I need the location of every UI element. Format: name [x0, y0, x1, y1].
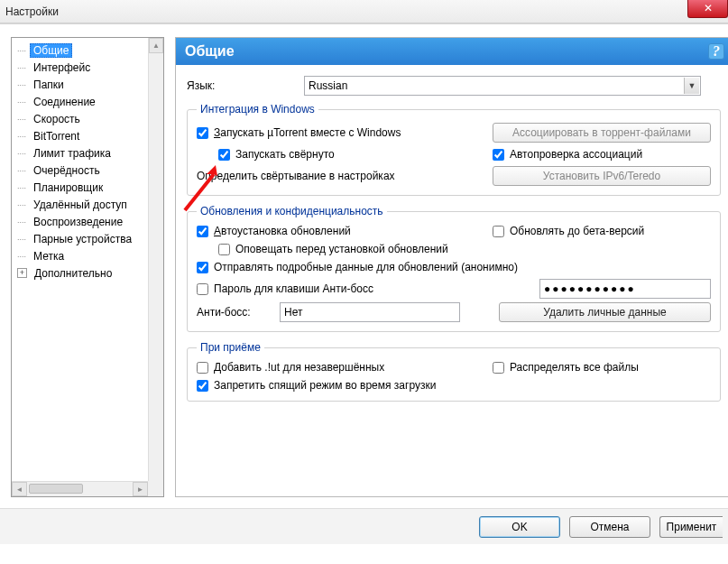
- scroll-up-arrow-icon[interactable]: ▲: [149, 38, 163, 53]
- settings-main-pane: Общие ? Язык: Russian ▼ Интеграция в Win…: [175, 37, 728, 497]
- tree-item-label: Метка: [30, 249, 68, 264]
- antiboss-input[interactable]: Нет: [280, 302, 460, 322]
- tree-branch-icon: ····: [17, 115, 30, 124]
- boss-password-input[interactable]: ●●●●●●●●●●●: [539, 279, 711, 299]
- language-label: Язык:: [187, 79, 304, 92]
- help-icon[interactable]: ?: [708, 43, 724, 60]
- tree-branch-icon: ····: [17, 217, 30, 227]
- chk-start-minimized[interactable]: Запускать свёрнуто: [197, 148, 485, 161]
- category-tree-pane: ····Общие····Интерфейс····Папки····Соеди…: [11, 37, 164, 497]
- tree-item-11[interactable]: ····Парные устройства: [12, 230, 148, 247]
- main-header: Общие ?: [176, 38, 728, 65]
- btn-install-ipv6[interactable]: Установить IPv6/Teredo: [493, 166, 711, 186]
- tree-item-label: BitTorrent: [30, 129, 83, 143]
- tree-item-10[interactable]: ····Воспроизведение: [12, 213, 148, 230]
- ok-button[interactable]: OK: [479, 516, 560, 538]
- tree-item-8[interactable]: ····Планировщик: [12, 179, 148, 196]
- chk-auto-update-box[interactable]: [197, 226, 208, 237]
- chk-preallocate-files[interactable]: Распределять все файлы: [493, 361, 711, 374]
- btn-delete-personal-data[interactable]: Удалить личные данные: [499, 302, 711, 322]
- tree-branch-icon: ····: [17, 63, 30, 72]
- window-title: Настройки: [5, 5, 59, 18]
- group-receive-legend: При приёме: [197, 341, 264, 354]
- group-updates-legend: Обновления и конфиденциальность: [197, 205, 387, 217]
- tree-branch-icon: ····: [17, 80, 30, 89]
- scroll-corner: [148, 481, 163, 496]
- dropdown-arrow-icon: ▼: [684, 78, 699, 94]
- main-header-title: Общие: [185, 43, 235, 60]
- titlebar: Настройки ✕: [0, 0, 728, 23]
- chk-notify-before-update[interactable]: Оповещать перед установкой обновлений: [197, 243, 711, 255]
- tree-item-3[interactable]: ····Соединение: [12, 93, 148, 110]
- scroll-left-arrow-icon[interactable]: ◄: [12, 482, 27, 496]
- dialog-button-bar: OK Отмена Применит: [0, 508, 728, 544]
- chk-start-with-windows[interactable]: Запускать µTorrent вместе с Windows: [197, 126, 485, 139]
- chk-boss-password-box[interactable]: [197, 283, 208, 295]
- tree-item-9[interactable]: ····Удалённый доступ: [12, 196, 148, 213]
- antiboss-label: Анти-босс:: [197, 306, 271, 319]
- tree-expand-icon[interactable]: +: [17, 268, 27, 278]
- tree-branch-icon: ····: [17, 235, 30, 244]
- tree-horizontal-scrollbar[interactable]: ◄ ►: [12, 481, 148, 496]
- chk-prevent-sleep-box[interactable]: [197, 380, 208, 392]
- hscroll-thumb[interactable]: [29, 484, 83, 494]
- tree-item-label: Соединение: [30, 95, 99, 109]
- group-receive: При приёме Добавить .!ut для незавершённ…: [187, 341, 721, 402]
- tree-item-5[interactable]: ····BitTorrent: [12, 127, 148, 144]
- tree-item-12[interactable]: ····Метка: [12, 247, 148, 264]
- window-close-button[interactable]: ✕: [687, 0, 728, 18]
- tree-item-label: Воспроизведение: [30, 215, 126, 229]
- tree-item-2[interactable]: ····Папки: [12, 76, 148, 93]
- chk-add-ut-ext-box[interactable]: [197, 362, 208, 374]
- btn-associate-torrent[interactable]: Ассоциировать в торрент-файлами: [493, 123, 711, 143]
- tree-item-label: Общие: [30, 43, 72, 58]
- chk-notify-before-update-box[interactable]: [218, 244, 230, 255]
- tree-branch-icon: ····: [17, 183, 30, 192]
- chk-start-minimized-box[interactable]: [218, 149, 230, 161]
- tree-item-7[interactable]: ····Очерёдность: [12, 162, 148, 179]
- tree-branch-icon: ····: [17, 97, 30, 106]
- chk-boss-password[interactable]: Пароль для клавиши Анти-босс: [197, 282, 485, 295]
- tree-item-label: Удалённый доступ: [30, 198, 131, 212]
- tree-item-4[interactable]: ····Скорость: [12, 110, 148, 127]
- tree-branch-icon: ····: [17, 200, 30, 209]
- tree-branch-icon: ····: [17, 46, 30, 55]
- tree-item-1[interactable]: ····Интерфейс: [12, 59, 148, 76]
- language-select[interactable]: Russian ▼: [304, 76, 701, 96]
- tree-item-label: Скорость: [30, 112, 84, 126]
- category-tree[interactable]: ····Общие····Интерфейс····Папки····Соеди…: [12, 38, 148, 481]
- tree-item-13[interactable]: +Дополнительно: [12, 264, 148, 282]
- chk-add-ut-ext[interactable]: Добавить .!ut для незавершённых: [197, 361, 485, 374]
- chk-send-anon-stats-box[interactable]: [197, 262, 208, 273]
- apply-button[interactable]: Применит: [659, 516, 723, 538]
- tree-branch-icon: ····: [17, 252, 30, 261]
- window-body: ····Общие····Интерфейс····Папки····Соеди…: [0, 23, 728, 564]
- chk-start-with-windows-box[interactable]: [197, 127, 208, 139]
- tree-vertical-scrollbar[interactable]: ▲: [148, 38, 163, 481]
- chk-preallocate-files-box[interactable]: [493, 362, 504, 374]
- tree-item-label: Парные устройства: [30, 232, 135, 246]
- group-updates: Обновления и конфиденциальность Автоуста…: [187, 205, 721, 332]
- scroll-right-arrow-icon[interactable]: ►: [133, 482, 148, 496]
- language-value: Russian: [309, 79, 347, 92]
- tree-item-label: Интерфейс: [30, 60, 94, 75]
- chk-auto-check-assoc[interactable]: Автопроверка ассоциаций: [493, 148, 711, 161]
- tree-item-label: Лимит трафика: [30, 146, 115, 161]
- minimize-in-settings-label: Определить свёртывание в настройках: [197, 170, 485, 182]
- tree-branch-icon: ····: [17, 166, 30, 175]
- tree-branch-icon: ····: [17, 132, 30, 141]
- tree-item-0[interactable]: ····Общие: [12, 42, 148, 59]
- tree-branch-icon: ····: [17, 149, 30, 158]
- tree-item-6[interactable]: ····Лимит трафика: [12, 144, 148, 162]
- cancel-button[interactable]: Отмена: [569, 516, 650, 538]
- chk-update-beta[interactable]: Обновлять до бета-версий: [493, 225, 711, 237]
- chk-auto-update[interactable]: Автоустановка обновлений: [197, 225, 485, 237]
- chk-prevent-sleep[interactable]: Запретить спящий режим во время загрузки: [197, 379, 711, 392]
- group-integration-legend: Интеграция в Windows: [197, 103, 318, 116]
- chk-update-beta-box[interactable]: [493, 226, 504, 237]
- group-integration: Интеграция в Windows Запускать µTorrent …: [187, 103, 721, 196]
- tree-item-label: Папки: [30, 78, 68, 92]
- chk-auto-check-assoc-box[interactable]: [493, 149, 504, 161]
- chk-send-anon-stats[interactable]: Отправлять подробные данные для обновлен…: [197, 261, 711, 273]
- tree-item-label: Планировщик: [30, 180, 106, 195]
